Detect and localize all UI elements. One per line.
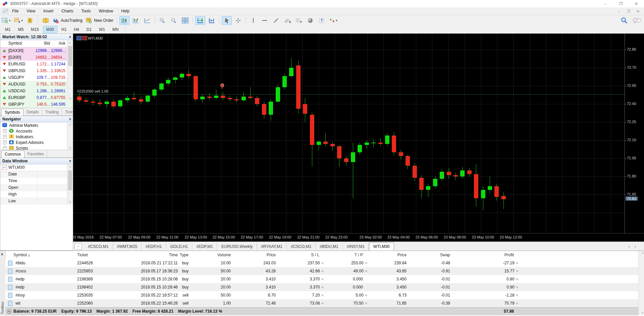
delete-icon[interactable]: ✕	[516, 261, 519, 265]
tab-scroll-right-icon[interactable]: ›	[635, 244, 641, 249]
market-watch-row[interactable]: EURGBP0.877...0.87755	[0, 94, 73, 101]
auto-scroll-button[interactable]	[195, 16, 205, 25]
window-minimize-button[interactable]: –	[598, 0, 613, 7]
text-tool-button[interactable]: T	[317, 16, 327, 25]
zoom-out-button[interactable]	[169, 16, 179, 25]
tree-expand-icon[interactable]: +	[3, 129, 7, 133]
delete-icon[interactable]: ✕	[321, 269, 324, 273]
window-close-button[interactable]: ✕	[629, 0, 644, 7]
timeframe-d1[interactable]: D1	[83, 26, 95, 33]
navigator-tab-common[interactable]: Common	[1, 151, 24, 158]
chart-restore-button[interactable]: ❐	[625, 8, 633, 15]
menu-item-help[interactable]: Help	[117, 7, 133, 15]
delete-icon[interactable]: ✕	[516, 269, 519, 273]
toolbox-scrollbar[interactable]: ˄ ˅	[638, 251, 644, 315]
window-maximize-button[interactable]: ❐	[613, 0, 629, 7]
position-row[interactable]: #bidu22445262018.05.21 17:22:11buy10.002…	[5, 259, 639, 267]
menu-item-tools[interactable]: Tools	[77, 7, 95, 15]
chart-tab--ryaay-m1[interactable]: #RYAAY,M1	[257, 243, 287, 250]
chart-tab--wmt-m15[interactable]: #WMT,M15	[113, 243, 142, 250]
navigator-item-admiral-markets[interactable]: ~Admiral Markets	[0, 122, 73, 128]
chart-tab--bidu-m1[interactable]: #BIDU,M1	[316, 243, 342, 250]
tab-scroll-arrows[interactable]: ‹›	[629, 244, 644, 249]
market-watch-row[interactable]: AUDUSD0.753...0.75320	[0, 81, 73, 88]
close-icon[interactable]: x	[69, 159, 71, 163]
menu-item-view[interactable]: View	[22, 7, 39, 15]
zoom-in-button[interactable]	[157, 16, 167, 25]
menu-item-insert[interactable]: Insert	[39, 7, 57, 15]
time-axis[interactable]: 22 May 201822 May 07:0022 May 09:0022 Ma…	[73, 233, 644, 242]
autotrading-button[interactable]: AutoTrading	[52, 16, 84, 25]
history-center-button[interactable]	[40, 16, 50, 25]
close-icon[interactable]: x	[69, 117, 71, 121]
timeframe-m1[interactable]: M1	[2, 26, 14, 33]
delete-icon[interactable]: ✕	[321, 261, 324, 265]
chart-plot-area[interactable]: WTI,M30 #2252060 sell 1.00	[74, 34, 625, 233]
horizontal-line-tool-button[interactable]	[260, 16, 270, 25]
new-chart-button[interactable]: ▾	[1, 16, 12, 25]
window-list-dropdown[interactable]: ˅	[74, 243, 82, 250]
delete-icon[interactable]: ✕	[365, 302, 368, 305]
delete-icon[interactable]: ✕	[321, 294, 324, 297]
line-chart-mode-button[interactable]	[142, 16, 152, 25]
close-icon[interactable]: x	[1, 252, 3, 256]
depth-of-market-icon[interactable]	[76, 36, 82, 40]
price-axis[interactable]: 71.61 72.8572.7072.5572.4072.2572.1071.9…	[625, 34, 644, 233]
scroll-down-icon[interactable]: ˅	[642, 311, 643, 314]
market-watch-row[interactable]: [DJI30]24652...24654...	[0, 54, 73, 61]
scroll-up-icon[interactable]: ˄	[642, 252, 643, 255]
market-watch-row[interactable]: EURUSD1.172...1.17244	[0, 61, 73, 67]
scroll-down-icon[interactable]: ˅	[67, 200, 73, 205]
chart-close-button[interactable]: ✕	[634, 8, 642, 15]
profiles-button[interactable]: ▾	[13, 16, 24, 25]
navigator-item-accounts[interactable]: +●Accounts	[0, 128, 73, 134]
tab-scroll-left-icon[interactable]: ‹	[629, 244, 635, 249]
scroll-up-icon[interactable]: ˄	[67, 122, 73, 127]
delete-icon[interactable]: ✕	[516, 285, 519, 289]
trendline-tool-button[interactable]	[271, 16, 281, 25]
scrollbar-thumb[interactable]	[68, 46, 72, 66]
ellipse-tool-button[interactable]	[305, 16, 315, 25]
tree-expand-icon[interactable]: +	[3, 135, 7, 139]
delete-icon[interactable]: ✕	[365, 294, 368, 297]
timeframe-h4[interactable]: H4	[70, 26, 82, 33]
market-watch-scrollbar[interactable]: ˄ ˅	[67, 41, 73, 101]
chart-tab-eurusd-weekly[interactable]: EURUSD,Weekly	[217, 243, 257, 250]
position-row[interactable]: #edp21984022018.05.15 10:28:46buy20.003.…	[5, 283, 639, 291]
candlestick-mode-button[interactable]	[119, 16, 129, 25]
chat-icon[interactable]	[633, 17, 641, 24]
new-order-button[interactable]: New Order	[85, 16, 114, 25]
market-watch-tab-symbols[interactable]: Symbols	[1, 109, 23, 116]
market-watch-tab-details[interactable]: Details	[23, 109, 42, 115]
timeframe-h1[interactable]: H1	[58, 26, 70, 33]
chart-tab--insy-m1[interactable]: #INSY,M1	[343, 243, 369, 250]
delete-icon[interactable]: ✕	[516, 277, 519, 281]
chart-minimize-button[interactable]: –	[615, 8, 623, 15]
timeframe-mn[interactable]: MN	[109, 26, 122, 33]
menu-item-charts[interactable]: Charts	[57, 7, 77, 15]
fibonacci-tool-button[interactable]: F	[294, 16, 304, 25]
navigator-scrollbar[interactable]: ˄ ˅	[67, 122, 73, 150]
position-row[interactable]: #edp21983892018.05.15 10:28:06buy20.003.…	[5, 275, 639, 283]
market-watch-bid-header[interactable]: Bid	[44, 41, 50, 46]
delete-icon[interactable]: ✕	[321, 285, 324, 289]
timeframe-m30[interactable]: M30	[43, 26, 57, 33]
market-watch-row[interactable]: USDJPY109.7...109.715	[0, 74, 73, 81]
arrows-tool-button[interactable]: ▾	[328, 16, 338, 25]
timeframe-m5[interactable]: M5	[15, 26, 27, 33]
search-icon[interactable]	[621, 17, 628, 24]
position-row[interactable]: #insy22530352018.05.22 16:57:12sell50.00…	[5, 291, 639, 299]
navigator-item-indicators[interactable]: +fIndicators	[0, 134, 73, 140]
market-watch-row[interactable]: [DAX30]12969...12969...	[0, 47, 73, 54]
scroll-down-icon[interactable]: ˅	[67, 96, 73, 101]
position-row[interactable]: #csco22258532018.05.17 16:36:23buy50.004…	[5, 267, 639, 275]
scroll-up-icon[interactable]: ˄	[67, 41, 73, 46]
menu-item-file[interactable]: File	[8, 7, 22, 15]
chart-tab--edp-m1[interactable]: #EDP,M1	[192, 243, 217, 250]
timeframe-w1[interactable]: W1	[96, 26, 108, 33]
scrollbar-thumb[interactable]	[68, 170, 72, 191]
tree-expand-icon[interactable]: +	[3, 141, 7, 144]
delete-icon[interactable]: ✕	[321, 277, 324, 281]
chart-tab-gold-h1[interactable]: GOLD,H1	[166, 243, 193, 250]
delete-icon[interactable]: ✕	[365, 269, 368, 273]
